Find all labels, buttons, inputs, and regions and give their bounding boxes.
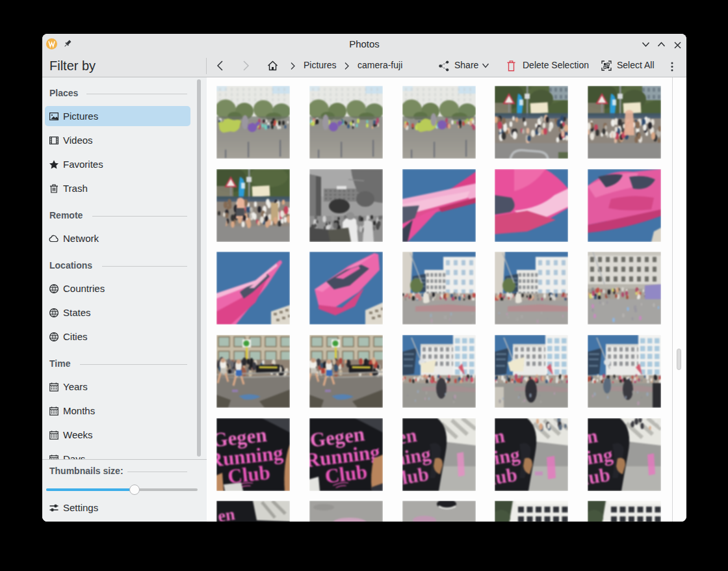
svg-text:lub: lub xyxy=(588,463,612,488)
svg-text:lub: lub xyxy=(402,463,430,488)
svg-text:lub: lub xyxy=(495,463,519,488)
svg-text:en: en xyxy=(216,505,236,522)
